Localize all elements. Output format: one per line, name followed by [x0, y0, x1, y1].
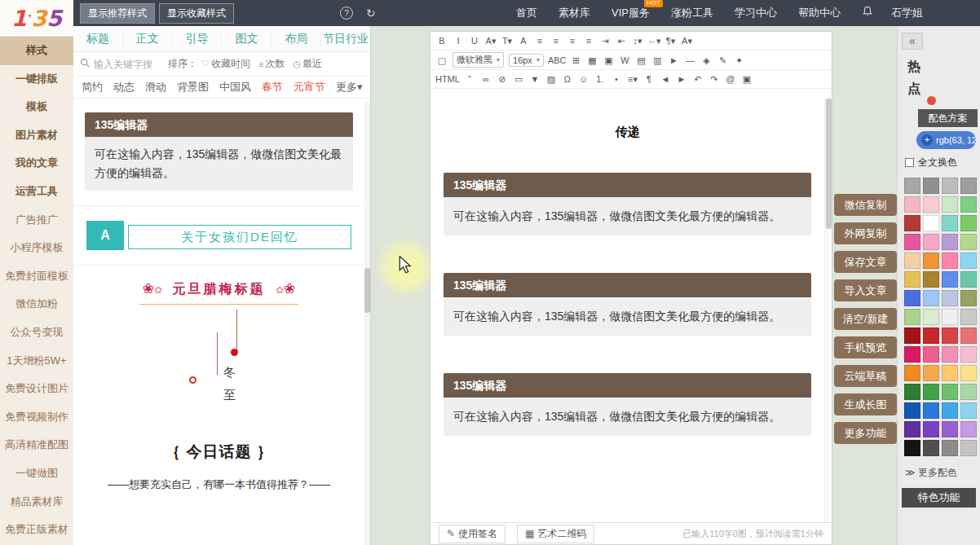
- color-swatch[interactable]: [904, 215, 920, 231]
- color-swatch[interactable]: [904, 178, 920, 194]
- sidebar-item[interactable]: 免费封面模板: [0, 262, 73, 291]
- align-justify-icon[interactable]: ≡: [581, 33, 596, 48]
- mention-icon[interactable]: @: [723, 72, 738, 86]
- color-swatch[interactable]: [942, 253, 958, 269]
- italic-icon[interactable]: I: [451, 33, 466, 48]
- styles-tab[interactable]: 图文: [222, 32, 271, 46]
- color-swatch[interactable]: [904, 365, 920, 381]
- styles-tab[interactable]: 布局: [271, 32, 321, 46]
- style-preview-winter-solstice[interactable]: 冬 至: [85, 308, 353, 430]
- editor-content[interactable]: 传递 135编辑器 可在这输入内容，135编辑器，做微信图文美化最方便的编辑器。…: [430, 97, 824, 522]
- nav-material-library[interactable]: 素材库: [558, 6, 590, 20]
- font-color-icon[interactable]: A▾: [483, 33, 498, 48]
- color-swatch[interactable]: [942, 421, 958, 437]
- sidebar-item[interactable]: 微信加粉: [0, 290, 73, 319]
- sidebar-item[interactable]: 小程序模板: [0, 234, 73, 262]
- unordered-list-icon[interactable]: •: [609, 72, 624, 86]
- bg-color-icon[interactable]: A: [516, 33, 531, 48]
- action-button[interactable]: 更多功能: [834, 422, 897, 444]
- color-swatch[interactable]: [904, 421, 920, 437]
- styles-scrollbar[interactable]: [364, 101, 370, 545]
- editor-scrollbar[interactable]: [824, 97, 832, 522]
- color-swatch[interactable]: [942, 234, 958, 250]
- username[interactable]: 石学姐: [891, 6, 923, 20]
- sidebar-item[interactable]: 我的文章: [0, 149, 73, 178]
- editor-scrollbar-thumb[interactable]: [826, 99, 832, 229]
- redo-icon[interactable]: ↷: [707, 72, 722, 86]
- link-icon[interactable]: ∞: [479, 72, 493, 86]
- color-swatch[interactable]: [960, 384, 977, 400]
- filter-tag[interactable]: 动态: [113, 80, 135, 94]
- font-family-select[interactable]: 微软雅黑▾: [452, 52, 504, 68]
- format-painter-icon[interactable]: ✎: [716, 53, 731, 68]
- eraser-icon[interactable]: ◈: [700, 53, 714, 68]
- paragraph-format-icon[interactable]: ¶▾: [664, 33, 678, 48]
- collapse-panel-button[interactable]: «: [902, 33, 923, 50]
- style-preview-letter-title[interactable]: A 关于女孩们DE回忆: [86, 221, 351, 250]
- unlink-icon[interactable]: ⊘: [495, 72, 510, 86]
- color-swatch[interactable]: [904, 327, 920, 344]
- color-swatch[interactable]: [923, 234, 939, 250]
- color-swatch[interactable]: [960, 402, 977, 419]
- sidebar-item[interactable]: 广告推广: [0, 206, 73, 235]
- color-swatch[interactable]: [960, 178, 977, 194]
- filter-tag[interactable]: 中国风: [219, 80, 251, 94]
- color-swatch[interactable]: [923, 215, 939, 231]
- font-size-icon[interactable]: T▾: [500, 33, 514, 48]
- color-swatch[interactable]: [904, 253, 920, 269]
- word-import-icon[interactable]: W: [618, 53, 633, 68]
- help-icon[interactable]: ?: [340, 7, 353, 20]
- refresh-icon[interactable]: ↻: [366, 7, 376, 20]
- color-swatch[interactable]: [960, 346, 977, 363]
- filter-tag[interactable]: 更多▾: [336, 80, 363, 94]
- anchor-icon[interactable]: ▼: [528, 72, 542, 86]
- undo-icon[interactable]: ↶: [691, 72, 705, 86]
- strikethrough-icon[interactable]: ABC: [547, 53, 567, 68]
- action-button[interactable]: 外网复制: [834, 222, 897, 244]
- color-swatch[interactable]: [942, 290, 958, 306]
- outdent-icon[interactable]: ⇤: [614, 33, 629, 48]
- clear-format-icon[interactable]: ▨: [544, 72, 558, 86]
- action-button[interactable]: 清空/新建: [834, 308, 897, 330]
- show-recommend-styles-button[interactable]: 显示推荐样式: [80, 3, 155, 24]
- color-swatch[interactable]: [923, 178, 939, 194]
- color-swatch[interactable]: [904, 196, 920, 213]
- table-icon[interactable]: ⊞: [569, 53, 584, 68]
- color-swatch[interactable]: [904, 440, 920, 456]
- color-swatch[interactable]: [923, 253, 939, 269]
- letter-spacing-icon[interactable]: ⇔▾: [647, 33, 662, 48]
- sidebar-item[interactable]: 免费视频制作: [0, 403, 73, 432]
- text-style-icon[interactable]: A▾: [680, 33, 695, 48]
- color-swatch[interactable]: [960, 234, 977, 250]
- color-swatch[interactable]: [904, 384, 920, 400]
- color-swatch[interactable]: [942, 196, 958, 213]
- nav-help-center[interactable]: 帮助中心: [798, 6, 841, 20]
- color-swatch[interactable]: [960, 365, 977, 381]
- article-style-block[interactable]: 135编辑器 可在这输入内容，135编辑器，做微信图文美化最方便的编辑器。: [444, 173, 811, 235]
- color-swatch[interactable]: [960, 421, 977, 437]
- color-swatch[interactable]: [923, 196, 939, 213]
- gallery-icon[interactable]: ▤: [634, 53, 649, 68]
- sidebar-item[interactable]: 1天增粉5W+: [0, 347, 73, 376]
- change-all-checkbox[interactable]: [905, 158, 914, 167]
- styles-tab[interactable]: 标题: [73, 32, 123, 46]
- blockquote-icon[interactable]: ”: [462, 72, 477, 86]
- underline-icon[interactable]: U: [467, 33, 482, 48]
- sidebar-item[interactable]: 免费设计图片: [0, 375, 73, 403]
- color-swatch[interactable]: [923, 384, 939, 400]
- sidebar-item[interactable]: 运营工具: [0, 178, 73, 206]
- color-swatch[interactable]: [942, 271, 958, 288]
- horizontal-line-icon[interactable]: —: [683, 53, 698, 68]
- color-swatch[interactable]: [904, 271, 920, 288]
- color-swatch[interactable]: [923, 309, 939, 325]
- color-swatch[interactable]: [942, 178, 958, 194]
- nav-home[interactable]: 首页: [516, 6, 537, 20]
- styles-tab[interactable]: 节日行业: [321, 32, 370, 46]
- color-swatch[interactable]: [923, 440, 939, 456]
- use-signature-button[interactable]: ✎使用签名: [439, 525, 505, 543]
- style-preview-plum-title[interactable]: ❀✿ 元旦腊梅标题 ✿❀: [85, 280, 353, 305]
- one-key-beautify-icon[interactable]: ✦: [732, 53, 747, 68]
- color-swatch[interactable]: [942, 215, 958, 231]
- align-right-icon[interactable]: ≡: [565, 33, 580, 48]
- bold-icon[interactable]: B: [435, 33, 449, 48]
